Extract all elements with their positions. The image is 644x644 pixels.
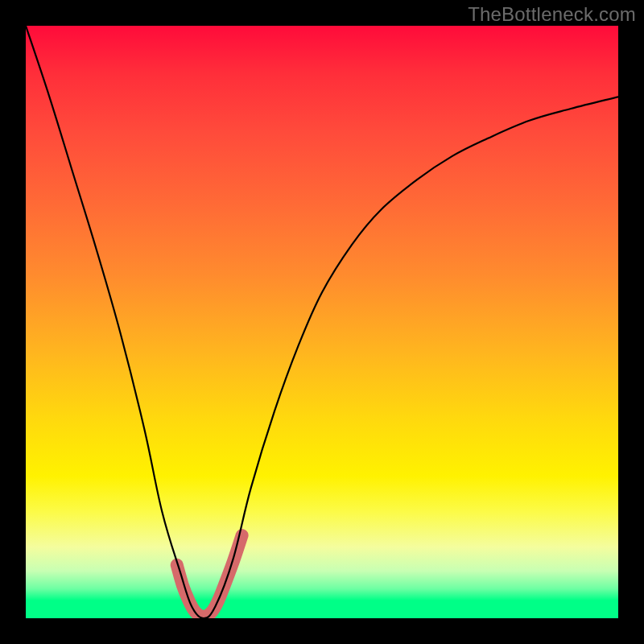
bottleneck-curve-path xyxy=(26,26,618,618)
chart-plot-area xyxy=(26,26,618,618)
minimum-marker-path xyxy=(177,535,242,617)
chart-svg xyxy=(26,26,618,618)
watermark-text: TheBottleneck.com xyxy=(468,3,636,26)
chart-frame: TheBottleneck.com xyxy=(0,0,644,644)
